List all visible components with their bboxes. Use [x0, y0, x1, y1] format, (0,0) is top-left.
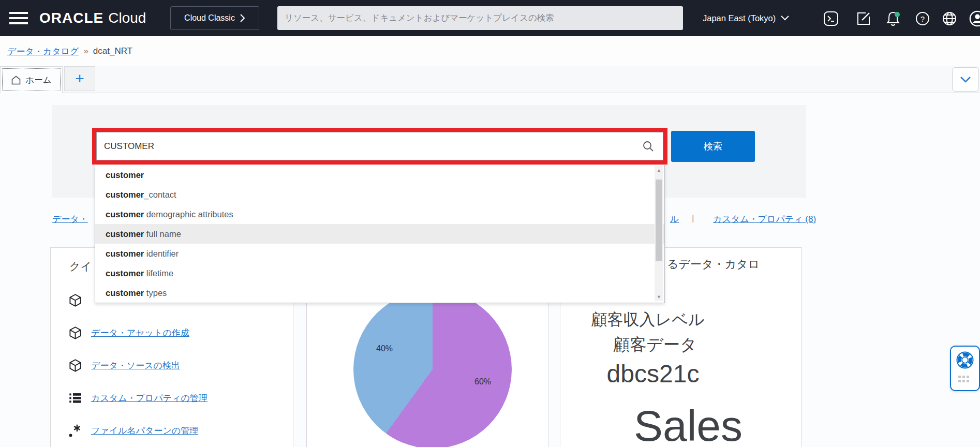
chevron-down-icon [960, 76, 971, 83]
suggestion-rest: lifetime [144, 269, 173, 278]
suggestion-item[interactable]: customer [95, 165, 664, 185]
data-catalog-page: ORACLE Cloud Cloud Classic リソース、サービス、ドキュ… [0, 0, 980, 447]
tab-strip-collapse-button[interactable] [952, 67, 979, 92]
chevron-down-icon [781, 16, 789, 21]
tab-strip [0, 66, 980, 93]
scrollbar-thumb[interactable] [656, 180, 662, 261]
data-assets-link-fragment[interactable]: データ・ [52, 213, 88, 225]
dropdown-scrollbar[interactable]: ▲ ▼ [655, 166, 663, 301]
suggestion-rest: _contact [144, 190, 176, 200]
suggestion-rest: identifier [144, 249, 179, 259]
search-button-label: 検索 [704, 140, 722, 153]
custom-properties-link-text[interactable]: カスタム・プロパティ (8) [713, 214, 816, 224]
suggestion-item-highlighted[interactable]: customer full name [95, 224, 664, 244]
suggestion-match: customer [106, 249, 144, 259]
search-suggestions-dropdown: customer customer_contact customer demog… [95, 165, 665, 303]
search-button[interactable]: 検索 [671, 131, 755, 162]
suggestion-match: customer [106, 269, 144, 278]
oracle-cloud-logo: ORACLE Cloud [39, 0, 146, 36]
lifesaver-icon [955, 350, 975, 370]
cube-icon [68, 359, 82, 373]
pie-slice-label-60: 60% [466, 377, 499, 386]
quick-action-manage-filename-patterns[interactable]: ファイル名パターンの管理 [68, 423, 198, 438]
word-cloud-word[interactable]: dbcs21c [532, 360, 774, 388]
pie-chart [353, 290, 512, 447]
quick-action-discover-data-source[interactable]: データ・ソースの検出 [68, 358, 180, 373]
globe-icon[interactable] [941, 10, 958, 27]
quick-action-link[interactable]: データ・アセットの作成 [91, 327, 189, 339]
dot-asterisk-icon [68, 424, 82, 438]
tab-add-button[interactable]: + [64, 66, 95, 91]
suggestion-item[interactable]: customer lifetime [95, 263, 664, 283]
suggestion-match: customer [106, 288, 144, 298]
breadcrumb-current: dcat_NRT [93, 46, 132, 56]
widget-drag-handle[interactable] [958, 376, 972, 382]
link-fragment-mid-text[interactable]: ル [670, 214, 679, 224]
suggestion-rest: types [144, 288, 167, 298]
quick-action-link[interactable]: カスタム・プロパティの管理 [91, 392, 207, 404]
word-cloud-word[interactable]: 顧客データ [534, 334, 776, 356]
region-label: Japan East (Tokyo) [703, 13, 776, 23]
tab-home[interactable]: ホーム [0, 66, 63, 93]
word-cloud-word[interactable]: 顧客収入レベル [527, 309, 768, 331]
notifications-bell-icon[interactable] [884, 10, 902, 27]
pie-slice-label-40: 40% [368, 344, 401, 353]
help-icon[interactable]: ? [914, 10, 931, 27]
cube-icon [68, 326, 82, 340]
suggestion-item[interactable]: customer types [95, 283, 664, 303]
user-avatar-icon[interactable] [969, 10, 980, 27]
links-separator: | [692, 213, 694, 224]
cube-icon [68, 293, 82, 307]
global-search-placeholder: リソース、サービス、ドキュメントおよびマーケットプレイスの検索 [285, 12, 554, 24]
suggestion-match: customer [106, 229, 144, 239]
suggestion-match: customer [106, 170, 144, 180]
logo-oracle-text: ORACLE [39, 10, 103, 26]
suggestion-rest: demographic attributes [144, 210, 233, 219]
scroll-down-arrow-icon[interactable]: ▼ [655, 293, 663, 301]
link-fragment-left[interactable]: データ・ [52, 214, 88, 224]
quick-action-link[interactable]: データ・ソースの検出 [91, 360, 180, 371]
quick-action-link[interactable]: ファイル名パターンの管理 [91, 425, 198, 437]
global-search-input[interactable]: リソース、サービス、ドキュメントおよびマーケットプレイスの検索 [277, 6, 683, 30]
breadcrumb-catalog-link[interactable]: データ・カタログ [7, 46, 79, 57]
suggestion-item[interactable]: customer identifier [95, 244, 664, 263]
home-icon [11, 75, 21, 85]
plus-icon: + [75, 70, 84, 87]
suggestion-match: customer [106, 210, 144, 219]
catalog-search-input[interactable]: CUSTOMER [96, 132, 663, 160]
scroll-up-arrow-icon[interactable]: ▲ [655, 166, 663, 174]
chevron-right-icon [240, 13, 245, 23]
breadcrumb: データ・カタログ » dcat_NRT [0, 36, 980, 66]
word-cloud-title-fragment: るデータ・カタロ [667, 257, 760, 272]
top-header: ORACLE Cloud Cloud Classic リソース、サービス、ドキュ… [0, 0, 980, 36]
cloud-shell-icon[interactable] [822, 10, 840, 27]
svg-text:?: ? [920, 14, 925, 23]
list-icon [68, 391, 82, 405]
cloud-classic-label: Cloud Classic [184, 13, 235, 23]
quick-action-manage-custom-properties[interactable]: カスタム・プロパティの管理 [68, 391, 207, 405]
logo-cloud-text: Cloud [108, 10, 146, 26]
suggestion-rest: full name [144, 229, 181, 239]
custom-properties-link[interactable]: カスタム・プロパティ (8) [713, 213, 816, 225]
suggestion-item[interactable]: customer demographic attributes [95, 204, 664, 224]
region-selector[interactable]: Japan East (Tokyo) [703, 0, 789, 36]
breadcrumb-separator: » [83, 46, 88, 56]
suggestion-item[interactable]: customer_contact [95, 185, 664, 204]
cloud-classic-button[interactable]: Cloud Classic [170, 6, 259, 30]
suggestion-match: customer [106, 190, 144, 200]
quick-action-row-hidden[interactable] [68, 293, 82, 307]
quick-actions-title-fragment: クイ [69, 259, 92, 274]
catalog-search-highlight-box: CUSTOMER [92, 128, 667, 165]
edit-icon[interactable] [855, 10, 872, 27]
link-fragment-mid[interactable]: ル [670, 213, 679, 225]
hamburger-menu-icon[interactable] [9, 10, 28, 26]
bell-badge [895, 12, 900, 17]
quick-action-create-data-asset[interactable]: データ・アセットの作成 [68, 325, 189, 340]
search-icon [642, 140, 655, 153]
word-cloud-word[interactable]: Sales [568, 401, 809, 447]
tab-home-label: ホーム [25, 74, 51, 86]
support-widget[interactable] [950, 346, 980, 391]
catalog-search-query: CUSTOMER [104, 141, 642, 152]
